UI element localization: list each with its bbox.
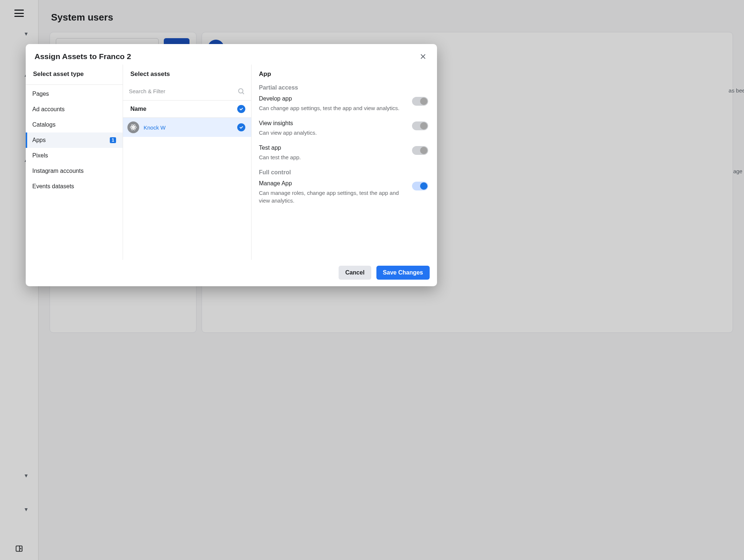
perm-desc: Can change app settings, test the app an… (259, 104, 406, 112)
perm-desc: Can manage roles, change app settings, t… (259, 189, 406, 204)
svg-line-5 (242, 92, 244, 94)
section-partial-access: Partial access (259, 84, 428, 91)
select-assets-header: Select assets (123, 65, 251, 82)
perm-title: Develop app (259, 95, 406, 102)
asset-list-header-row[interactable]: Name (123, 101, 251, 118)
perm-develop-app: Develop app Can change app settings, tes… (259, 95, 428, 112)
asset-type-label: Pages (32, 91, 49, 97)
svg-point-4 (239, 88, 243, 93)
perm-manage-app: Manage App Can manage roles, change app … (259, 180, 428, 204)
close-button[interactable] (418, 51, 428, 62)
asset-type-instagram[interactable]: Instagram accounts (26, 163, 123, 179)
save-changes-button[interactable]: Save Changes (376, 266, 430, 280)
asset-type-apps[interactable]: Apps 1 (26, 132, 123, 148)
asset-type-label: Apps (32, 137, 46, 143)
toggle-view-insights[interactable] (412, 121, 428, 130)
toggle-develop-app[interactable] (412, 97, 428, 106)
asset-type-label: Ad accounts (32, 106, 65, 113)
asset-type-events-datasets[interactable]: Events datasets (26, 179, 123, 194)
asset-type-pages[interactable]: Pages (26, 86, 123, 102)
assign-assets-modal: Assign Assets to Franco 2 Select asset t… (26, 44, 437, 286)
app-icon (127, 121, 139, 133)
modal-title: Assign Assets to Franco 2 (35, 52, 418, 61)
asset-checkbox[interactable] (237, 123, 245, 131)
permissions-title: App (259, 70, 428, 78)
asset-type-label: Catalogs (32, 121, 55, 128)
perm-desc: Can view app analytics. (259, 129, 406, 137)
asset-name: Knock W (144, 124, 233, 131)
cancel-button[interactable]: Cancel (339, 266, 371, 280)
asset-search-input[interactable] (129, 85, 237, 97)
asset-type-label: Instagram accounts (32, 168, 84, 174)
toggle-manage-app[interactable] (412, 182, 428, 190)
svg-point-6 (133, 127, 134, 128)
perm-title: Test app (259, 145, 406, 151)
perm-desc: Can test the app. (259, 153, 406, 161)
search-icon (237, 87, 245, 95)
asset-type-pixels[interactable]: Pixels (26, 148, 123, 163)
perm-title: Manage App (259, 180, 406, 187)
asset-type-list: Pages Ad accounts Catalogs Apps 1 Pixels… (26, 85, 123, 194)
perm-view-insights: View insights Can view app analytics. (259, 120, 428, 137)
asset-badge: 1 (110, 137, 116, 143)
perm-test-app: Test app Can test the app. (259, 145, 428, 161)
name-column-header: Name (130, 106, 237, 112)
asset-type-ad-accounts[interactable]: Ad accounts (26, 102, 123, 117)
asset-type-catalogs[interactable]: Catalogs (26, 117, 123, 132)
toggle-test-app[interactable] (412, 146, 428, 155)
asset-row[interactable]: Knock W (123, 118, 251, 137)
perm-title: View insights (259, 120, 406, 127)
asset-type-label: Pixels (32, 152, 48, 159)
asset-type-label: Events datasets (32, 183, 74, 190)
asset-type-header: Select asset type (26, 65, 123, 85)
section-full-control: Full control (259, 169, 428, 176)
select-all-checkbox[interactable] (237, 105, 245, 113)
